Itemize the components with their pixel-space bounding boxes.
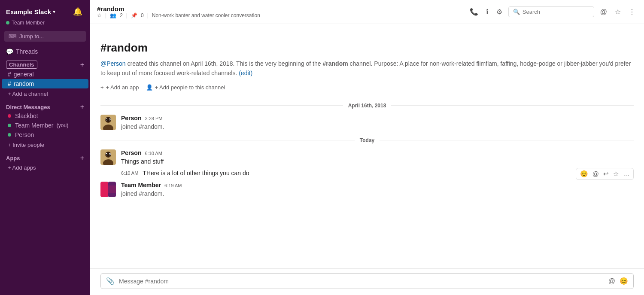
channel-header: #random ☆ | 👥 2 | 📌 0 | Non-work banter …	[90, 0, 644, 24]
threads-icon: 💬	[6, 48, 13, 55]
mention-button[interactable]: @	[591, 169, 600, 178]
main-content: #random ☆ | 👥 2 | 📌 0 | Non-work banter …	[90, 0, 644, 295]
message-row-team-member-joined: Team Member 6:19 AM joined #random.	[90, 179, 644, 201]
dm-section-header[interactable]: Direct Messages +	[0, 102, 90, 111]
sidebar-item-random[interactable]: # random	[2, 79, 88, 88]
message-input[interactable]	[119, 278, 604, 285]
extra-text: THere is a lot of other things you can d…	[143, 170, 249, 176]
channel-header-left: #random ☆ | 👥 2 | 📌 0 | Non-work banter …	[97, 5, 260, 18]
message-author-3: Team Member	[121, 182, 161, 189]
info-icon[interactable]: ℹ	[484, 6, 490, 18]
more-actions-button[interactable]: …	[622, 169, 631, 178]
edit-link[interactable]: (edit)	[239, 70, 252, 76]
message-time-3: 6:19 AM	[164, 183, 182, 188]
apps-section-header[interactable]: Apps +	[0, 153, 90, 162]
star-message-button[interactable]: ☆	[612, 169, 620, 179]
at-input-icon[interactable]: @	[608, 277, 615, 285]
sidebar-header: Example Slack ▾ 🔔	[0, 0, 90, 21]
add-apps-icon[interactable]: +	[80, 155, 84, 161]
apps-section: Apps + + Add apps	[0, 151, 90, 174]
add-people-button[interactable]: 👤 + Add people to this channel	[146, 84, 225, 91]
jump-to-input[interactable]: ⌨ Jump to...	[4, 31, 86, 42]
message-content-tm-joined: Team Member 6:19 AM joined #random.	[121, 182, 634, 198]
workspace-name[interactable]: Example Slack ▾	[6, 8, 55, 15]
message-content-person-joined: Person 3:28 PM joined #random.	[121, 115, 634, 131]
add-people-icon: 👤	[146, 84, 153, 91]
threads-label: Threads	[16, 48, 38, 55]
team-member-status-dot	[8, 124, 11, 127]
search-input[interactable]	[522, 9, 589, 15]
message-text-joined: joined #random.	[121, 122, 634, 131]
message-input-area: 📎 @ 😊	[90, 268, 644, 295]
channel-general-label: general	[14, 71, 34, 78]
sidebar: Example Slack ▾ 🔔 Team Member ⌨ Jump to.…	[0, 0, 90, 295]
avatar-person-2	[100, 149, 116, 165]
add-channel-icon[interactable]: +	[80, 61, 84, 68]
team-role-label: Team Member	[0, 20, 90, 26]
person-label: Person	[15, 131, 34, 138]
settings-icon[interactable]: ⚙	[495, 6, 504, 18]
search-icon: 🔍	[513, 9, 520, 15]
channel-meta: ☆ | 👥 2 | 📌 0 | Non-work banter and wate…	[97, 12, 260, 18]
message-time: 3:28 PM	[145, 116, 162, 121]
more-icon[interactable]: ⋮	[627, 6, 637, 18]
notifications-bell-icon[interactable]: 🔔	[71, 5, 84, 18]
dm-label: Direct Messages	[6, 104, 50, 110]
svg-point-14	[106, 154, 107, 155]
jump-to-label: Jump to...	[19, 33, 44, 40]
channels-section-header[interactable]: Channels +	[0, 59, 90, 70]
channel-title-row: #random	[97, 5, 260, 12]
channel-intro: #random @Person created this channel on …	[90, 24, 644, 99]
pinned-icon: 📌	[131, 12, 137, 18]
hash-icon-random: #	[8, 80, 11, 87]
sidebar-item-team-member[interactable]: Team Member (you)	[2, 121, 88, 130]
members-count: 2	[120, 12, 123, 18]
search-box[interactable]: 🔍	[508, 6, 594, 17]
star-header-icon[interactable]: ☆	[613, 6, 623, 18]
add-app-button[interactable]: + + Add an app	[100, 84, 139, 91]
channel-creator-mention[interactable]: @Person	[100, 60, 126, 67]
reply-button[interactable]: ↩	[602, 169, 610, 179]
workspace-dropdown-icon: ▾	[53, 9, 55, 15]
channel-header-right: 📞 ℹ ⚙ 🔍 @ ☆ ⋮	[468, 6, 637, 18]
message-header: Person 3:28 PM	[121, 115, 634, 122]
messages-area: #random @Person created this channel on …	[90, 24, 644, 268]
date-divider-today: Today	[90, 134, 644, 147]
team-member-label: Team Member	[15, 122, 53, 129]
extra-time: 6:10 AM	[121, 170, 138, 176]
channel-intro-heading: #random	[100, 41, 634, 55]
channel-bold-name: #random	[323, 60, 348, 67]
message-text-things: Things and stuff	[121, 157, 634, 166]
message-time-2: 6:10 AM	[145, 151, 162, 156]
sidebar-item-person[interactable]: Person	[2, 130, 88, 140]
channel-intro-description: @Person created this channel on April 16…	[100, 59, 634, 78]
sidebar-item-general[interactable]: # general	[2, 70, 88, 79]
members-icon: 👥	[110, 12, 116, 18]
star-icon[interactable]: ☆	[97, 12, 102, 18]
phone-icon[interactable]: 📞	[468, 6, 480, 18]
date-divider-april: April 16th, 2018	[90, 99, 644, 112]
add-app-icon: +	[100, 84, 104, 91]
add-channel-link[interactable]: + Add a channel	[2, 89, 88, 98]
svg-point-7	[109, 119, 110, 120]
emoji-input-icon[interactable]: 😊	[620, 277, 628, 285]
sidebar-item-slackbot[interactable]: Slackbot	[2, 111, 88, 121]
emoji-reaction-button[interactable]: 😊	[579, 169, 589, 179]
channel-title: #random	[97, 5, 124, 12]
at-icon[interactable]: @	[598, 6, 609, 18]
person-status-dot	[8, 133, 11, 137]
add-apps-link[interactable]: + Add apps	[2, 163, 88, 172]
intro-actions: + + Add an app 👤 + Add people to this ch…	[100, 84, 634, 91]
message-author: Person	[121, 115, 141, 122]
sidebar-item-threads[interactable]: 💬 Threads	[0, 46, 90, 57]
workspace-name-text: Example Slack	[6, 8, 51, 15]
invite-people-link[interactable]: + Invite people	[2, 140, 88, 149]
svg-point-6	[106, 119, 107, 120]
svg-point-15	[109, 154, 110, 155]
attachment-icon[interactable]: 📎	[106, 277, 115, 285]
message-extra-row: 6:10 AM THere is a lot of other things y…	[90, 169, 644, 179]
status-dot	[6, 21, 9, 24]
avatar-team-member	[100, 182, 116, 197]
message-header-3: Team Member 6:19 AM	[121, 182, 634, 189]
add-dm-icon[interactable]: +	[80, 103, 84, 110]
